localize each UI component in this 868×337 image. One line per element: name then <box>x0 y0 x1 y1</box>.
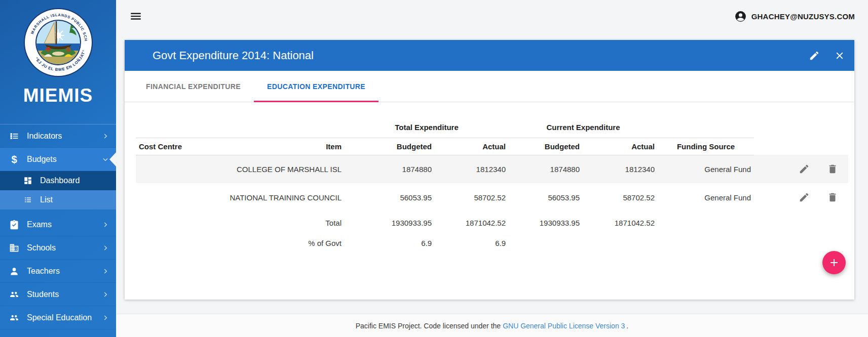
chevron-right-icon <box>102 291 109 298</box>
sidebar-item-teachers[interactable]: Teachers <box>0 260 116 283</box>
col-header-item: Item <box>212 138 345 155</box>
tab-education-expenditure[interactable]: EDUCATION EXPENDITURE <box>254 71 379 102</box>
cell-total-actual: 1812340 <box>435 155 509 183</box>
col-header-budgeted-current: Budgeted <box>509 138 583 155</box>
plus-icon <box>828 257 840 269</box>
sidebar-menu: Indicators $ Budgets Dashboard List <box>0 124 116 329</box>
table-percent-row: % of Govt 6.9 6.9 <box>136 234 848 252</box>
table-total-row: Total 1930933.95 1871042.52 1930933.95 1… <box>136 212 848 234</box>
table-row: NATIONAL TRAINING COUNCIL 56053.95 58702… <box>136 183 848 212</box>
footer-text: Pacific EMIS Project. Code licensed unde… <box>356 322 501 330</box>
col-header-actual-current: Actual <box>583 138 658 155</box>
submenu-divider <box>0 209 116 213</box>
group-header-current-expenditure: Current Expenditure <box>509 117 658 138</box>
expenditure-table: Total Expenditure Current Expenditure Co… <box>136 117 843 252</box>
cell-total-budgeted: 1874880 <box>345 155 435 183</box>
chevron-right-icon <box>102 221 109 228</box>
assignment-check-icon <box>9 220 19 230</box>
page-footer: Pacific EMIS Project. Code licensed unde… <box>116 314 868 337</box>
seal-logo-graphic: MARSHALL ISLANDS PUBLIC SCHOOL SYSTEM “E… <box>23 7 94 78</box>
dashboard-icon <box>23 176 32 185</box>
footer-text-suffix: . <box>626 322 628 330</box>
sidebar-item-label: Exams <box>27 220 102 229</box>
edit-pencil-icon[interactable] <box>809 50 820 61</box>
people-icon <box>9 289 19 300</box>
cell-cost-centre <box>136 183 212 212</box>
total-actual-total: 1871042.52 <box>435 212 509 234</box>
sidebar-item-schools[interactable]: Schools <box>0 236 116 260</box>
col-header-actual-total: Actual <box>435 138 509 155</box>
person-icon <box>9 266 19 276</box>
cell-total-actual: 58702.52 <box>435 183 509 212</box>
cell-item: COLLEGE OF MARSHALL ISL <box>212 155 345 183</box>
row-edit-pencil-icon[interactable] <box>799 163 810 175</box>
col-header-budgeted-total: Budgeted <box>345 138 435 155</box>
account-circle-icon <box>734 10 747 23</box>
chevron-right-icon <box>102 244 109 251</box>
sidebar-item-students[interactable]: Students <box>0 283 116 306</box>
col-header-cost-centre: Cost Centre <box>136 138 212 155</box>
row-delete-trash-icon[interactable] <box>827 192 838 203</box>
user-email: GHACHEY@NUZUSYS.COM <box>751 12 855 21</box>
sidebar-subitem-label: Dashboard <box>40 176 109 185</box>
cell-current-budgeted: 1874880 <box>509 155 583 183</box>
chevron-right-icon <box>102 133 109 140</box>
cell-total-budgeted: 56053.95 <box>345 183 435 212</box>
table-group-header-row: Total Expenditure Current Expenditure <box>136 117 848 138</box>
tab-bar: FINANCIAL EXPENDITURE EDUCATION EXPENDIT… <box>125 71 854 102</box>
chevron-down-icon <box>102 156 109 163</box>
sidebar-item-exams[interactable]: Exams <box>0 213 116 236</box>
sidebar-subitem-dashboard[interactable]: Dashboard <box>0 171 116 190</box>
sidebar-item-label: Students <box>27 290 102 299</box>
cell-current-actual: 58702.52 <box>583 183 658 212</box>
card-title: Govt Expenditure 2014: National <box>153 49 314 62</box>
chevron-right-icon <box>102 314 109 321</box>
percent-actual: 6.9 <box>435 234 509 252</box>
sidebar-item-label: Budgets <box>27 155 102 164</box>
school-system-seal-logo: MARSHALL ISLANDS PUBLIC SCHOOL SYSTEM “E… <box>0 0 116 78</box>
list-icon <box>23 195 32 204</box>
cell-funding-source: General Fund <box>658 183 754 212</box>
cell-item: NATIONAL TRAINING COUNCIL <box>212 183 345 212</box>
indicators-list-icon <box>9 131 19 141</box>
total-budgeted-total: 1930933.95 <box>345 212 435 234</box>
chevron-right-icon <box>102 268 109 275</box>
hamburger-menu-icon[interactable] <box>129 10 142 23</box>
card-header: Govt Expenditure 2014: National <box>125 40 854 71</box>
percent-budgeted: 6.9 <box>345 234 435 252</box>
sidebar-item-budgets[interactable]: $ Budgets <box>0 148 116 171</box>
top-bar: GHACHEY@NUZUSYS.COM <box>116 0 868 32</box>
sidebar-item-label: Schools <box>27 243 102 252</box>
cell-current-budgeted: 56053.95 <box>509 183 583 212</box>
cell-funding-source: General Fund <box>658 155 754 183</box>
sidebar: MARSHALL ISLANDS PUBLIC SCHOOL SYSTEM “E… <box>0 0 116 337</box>
sidebar-item-label: Indicators <box>27 132 102 141</box>
cell-cost-centre <box>136 155 212 183</box>
sidebar-item-special-education[interactable]: Special Education <box>0 306 116 329</box>
total-budgeted-current: 1930933.95 <box>509 212 583 234</box>
footer-license-link[interactable]: GNU General Public License Version 3 <box>503 322 625 330</box>
percent-label: % of Govt <box>212 234 345 252</box>
app-title: MIEMIS <box>0 85 116 106</box>
row-delete-trash-icon[interactable] <box>827 163 838 175</box>
group-header-total-expenditure: Total Expenditure <box>345 117 509 138</box>
sidebar-item-indicators[interactable]: Indicators <box>0 124 116 148</box>
table-row: COLLEGE OF MARSHALL ISL 1874880 1812340 … <box>136 155 848 183</box>
sidebar-subitem-list[interactable]: List <box>0 190 116 209</box>
dollar-icon: $ <box>9 154 19 164</box>
user-menu[interactable]: GHACHEY@NUZUSYS.COM <box>734 10 855 23</box>
row-edit-pencil-icon[interactable] <box>799 192 810 203</box>
people-icon <box>9 313 19 323</box>
close-icon[interactable] <box>834 50 845 61</box>
cell-current-actual: 1812340 <box>583 155 658 183</box>
sidebar-item-label: Teachers <box>27 267 102 276</box>
sidebar-subitem-label: List <box>40 195 109 204</box>
col-header-funding-source: Funding Source <box>658 138 754 155</box>
sidebar-item-label: Special Education <box>27 313 102 322</box>
building-icon <box>9 243 19 253</box>
add-button[interactable] <box>822 251 846 274</box>
table-header-row: Cost Centre Item Budgeted Actual Budgete… <box>136 138 848 155</box>
tab-financial-expenditure[interactable]: FINANCIAL EXPENDITURE <box>133 71 254 102</box>
total-actual-current: 1871042.52 <box>583 212 658 234</box>
total-label: Total <box>212 212 345 234</box>
